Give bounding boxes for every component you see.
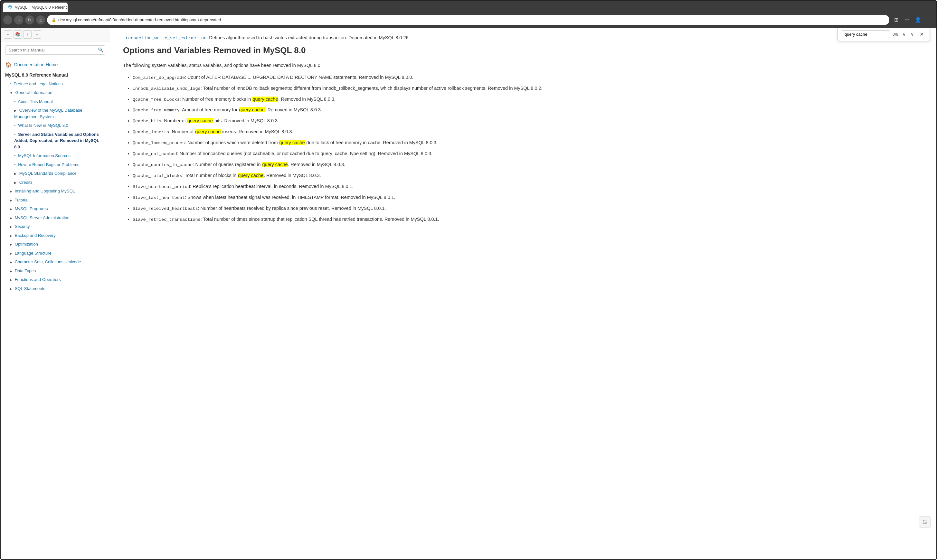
sidebar-item-whats-new[interactable]: • What Is New in MySQL 8.0 xyxy=(1,121,110,130)
sidebar-link-standards[interactable]: MySQL Standards Compliance xyxy=(19,171,77,176)
settings-dots-button[interactable]: ⋮ xyxy=(924,15,934,25)
sidebar-item-server-admin[interactable]: ▶ MySQL Server Administration xyxy=(1,213,110,222)
sidebar-link-credits[interactable]: Credits xyxy=(19,180,32,185)
tab-title: MySQL :: MySQL 8.0 Reference Manual xyxy=(14,5,68,10)
item-text: : Total number of blocks in xyxy=(182,173,237,178)
sidebar-link-data-types[interactable]: Data Types xyxy=(15,268,36,273)
sidebar-link-functions[interactable]: Functions and Operators xyxy=(15,277,61,282)
item-text: : Number of noncached queries (not cache… xyxy=(177,151,432,156)
home-button[interactable]: ⌂ xyxy=(36,15,45,25)
item-text: : Count of ALTER DATABASE ... UPGRADE DA… xyxy=(185,75,413,80)
expand-arrow-icon: ▶ xyxy=(10,286,12,291)
sidebar-item-functions[interactable]: ▶ Functions and Operators xyxy=(1,275,110,284)
intro-code-link[interactable]: transaction_write_set_extraction xyxy=(123,36,207,40)
sidebar-item-tutorial[interactable]: ▶ Tutorial xyxy=(1,196,110,205)
sidebar-up-button[interactable]: ↑ xyxy=(23,30,32,38)
profile-button[interactable]: 👤 xyxy=(913,15,923,25)
sidebar-back-button[interactable]: ← xyxy=(4,30,12,38)
sidebar-link-bugs[interactable]: How to Report Bugs or Problems xyxy=(18,162,79,167)
item-text-after: . Removed in MySQL 8.0.3. xyxy=(278,97,336,102)
reload-button[interactable]: ↻ xyxy=(25,15,34,25)
sidebar-link-charsets[interactable]: Character Sets, Collations, Unicode xyxy=(15,259,81,264)
sidebar-item-sql-statements[interactable]: ▶ SQL Statements xyxy=(1,284,110,293)
sidebar-item-language-structure[interactable]: ▶ Language Structure xyxy=(1,249,110,258)
sidebar-link-sql-statements[interactable]: SQL Statements xyxy=(15,286,45,291)
sidebar-link-preface[interactable]: Preface and Legal Notices xyxy=(14,82,62,86)
item-text-after: inserts. Removed in MySQL 8.0.3. xyxy=(221,129,293,134)
sidebar-link-info-sources[interactable]: MySQL Information Sources xyxy=(18,153,71,158)
sidebar-item-programs[interactable]: ▶ MySQL Programs xyxy=(1,205,110,213)
doc-home-link[interactable]: 🏠 Documentation Home xyxy=(1,60,110,70)
item-text: : Shows when latest heartbeat signal was… xyxy=(185,195,395,200)
search-submit-button[interactable]: 🔍 xyxy=(98,47,103,52)
list-item: Innodb_available_undo_logs: Total number… xyxy=(133,84,923,93)
grammarly-icon[interactable]: G xyxy=(919,516,931,528)
item-code: Qcache_lowmem_prunes xyxy=(133,141,185,145)
expand-arrow-icon: ▶ xyxy=(10,269,12,274)
sidebar-link-server-vars[interactable]: Server and Status Variables and Options … xyxy=(14,132,99,149)
extensions-button[interactable]: ⊞ xyxy=(891,15,901,25)
find-prev-button[interactable]: ∧ xyxy=(901,31,907,37)
sidebar-item-info-sources[interactable]: • MySQL Information Sources xyxy=(1,151,110,160)
sidebar-item-preface[interactable]: • Preface and Legal Notices xyxy=(1,80,110,89)
active-tab[interactable]: 🐬 MySQL :: MySQL 8.0 Reference Manual ✕ xyxy=(3,3,68,12)
item-code: Qcache_total_blocks xyxy=(133,174,182,178)
item-text: : Amount of free memory for xyxy=(180,107,239,112)
find-close-button[interactable]: ✕ xyxy=(918,31,926,38)
sidebar-link-general-info[interactable]: General Information xyxy=(15,90,52,95)
sidebar-item-bugs[interactable]: • How to Report Bugs or Problems xyxy=(1,160,110,169)
bookmark-star-button[interactable]: ☆ xyxy=(902,15,912,25)
sidebar-item-about-manual[interactable]: • About This Manual xyxy=(1,97,110,106)
highlight-query-cache: query cache xyxy=(237,173,264,178)
forward-button[interactable]: → xyxy=(14,15,23,25)
item-text-after: hits. Removed in MySQL 8.0.3. xyxy=(213,118,279,123)
sidebar-link-security[interactable]: Security xyxy=(15,224,30,229)
sidebar-item-general-info[interactable]: ▼ General Information xyxy=(1,88,110,97)
intro-text: : Defines algorithm used to hash writes … xyxy=(207,35,410,40)
item-code: Slave_heartbeat_period xyxy=(133,185,190,189)
sidebar-link-installing[interactable]: Installing and Upgrading MySQL xyxy=(15,189,75,194)
tab-bar: 🐬 MySQL :: MySQL 8.0 Reference Manual ✕ xyxy=(1,1,936,12)
sidebar-link-optimization[interactable]: Optimization xyxy=(15,242,38,246)
bullet-icon: • xyxy=(14,152,16,159)
sidebar-link-whats-new[interactable]: What Is New in MySQL 8.0 xyxy=(18,123,68,128)
sidebar-item-overview[interactable]: ▶ Overview of the MySQL Database Managem… xyxy=(1,106,110,121)
item-code: Innodb_available_undo_logs xyxy=(133,86,200,91)
content-area: 0/9 ∧ ∨ ✕ transaction_write_set_extracti… xyxy=(110,28,936,559)
sidebar-link-overview[interactable]: Overview of the MySQL Database Managemen… xyxy=(14,108,82,119)
bullet-icon: • xyxy=(14,98,16,105)
sidebar-item-credits[interactable]: ▶ Credits xyxy=(1,178,110,187)
sidebar-item-charsets[interactable]: ▶ Character Sets, Collations, Unicode xyxy=(1,257,110,266)
expand-arrow-icon: ▼ xyxy=(10,91,13,95)
sidebar-link-about-manual[interactable]: About This Manual xyxy=(18,99,52,104)
sidebar-item-security[interactable]: ▶ Security xyxy=(1,222,110,231)
sidebar-item-standards[interactable]: ▶ MySQL Standards Compliance xyxy=(1,169,110,178)
bullet-icon: • xyxy=(14,162,16,168)
sidebar-item-data-types[interactable]: ▶ Data Types xyxy=(1,266,110,275)
sidebar-link-backup[interactable]: Backup and Recovery xyxy=(15,233,56,238)
sidebar-toc-button[interactable]: 📚 xyxy=(14,30,22,38)
sidebar-forward-button[interactable]: → xyxy=(33,30,41,38)
sidebar-item-backup[interactable]: ▶ Backup and Recovery xyxy=(1,231,110,240)
expand-arrow-icon: ▶ xyxy=(14,171,17,176)
sidebar-item-server-vars[interactable]: • Server and Status Variables and Option… xyxy=(1,130,110,152)
sidebar-item-installing[interactable]: ▶ Installing and Upgrading MySQL xyxy=(1,187,110,196)
sidebar-item-optimization[interactable]: ▶ Optimization xyxy=(1,240,110,249)
search-input[interactable] xyxy=(5,45,105,55)
sidebar-link-programs[interactable]: MySQL Programs xyxy=(15,206,48,211)
item-text-after: . Removed in MySQL 8.0.3. xyxy=(265,107,322,112)
item-text: : Number of queries which were deleted f… xyxy=(185,140,279,145)
item-text-after: due to lack of free memory in cache. Rem… xyxy=(305,140,438,145)
item-text-after: . Removed in MySQL 8.0.3. xyxy=(288,162,345,167)
address-bar[interactable]: 🔒 dev.mysql.com/doc/refman/8.0/en/added-… xyxy=(47,15,889,25)
removed-items-list: Com_alter_db_upgrade: Count of ALTER DAT… xyxy=(123,73,923,224)
back-button[interactable]: ← xyxy=(3,15,12,25)
sidebar-link-language-structure[interactable]: Language Structure xyxy=(15,251,51,255)
sidebar-link-server-admin[interactable]: MySQL Server Administration xyxy=(15,215,69,220)
find-input[interactable] xyxy=(842,30,890,38)
item-text: : Replica's replication heartbeat interv… xyxy=(190,184,354,189)
intro-section-para: The following system variables, status v… xyxy=(123,62,923,69)
sidebar-link-tutorial[interactable]: Tutorial xyxy=(14,198,28,202)
main-layout: ← 📚 ↑ → 🔍 🏠 Documentation Home MySQL 8.0… xyxy=(1,28,936,559)
find-next-button[interactable]: ∨ xyxy=(909,31,915,37)
